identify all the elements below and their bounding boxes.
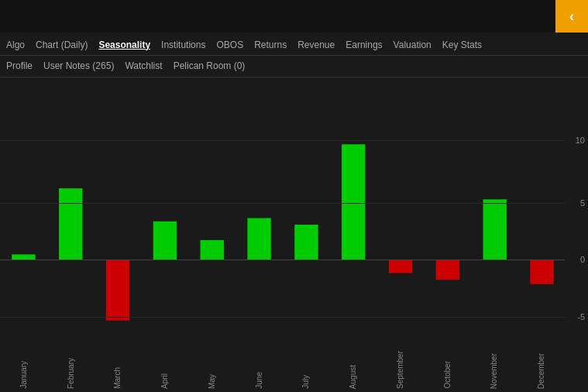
x-axis-label: December bbox=[537, 353, 545, 389]
x-label-wrap: July bbox=[283, 338, 330, 392]
bar-november bbox=[483, 199, 507, 260]
nav-item-algo[interactable]: Algo bbox=[6, 40, 25, 50]
x-label-wrap: September bbox=[377, 338, 424, 392]
bar-june bbox=[247, 218, 270, 260]
x-axis-label: February bbox=[67, 358, 75, 389]
y-axis-label: 10 bbox=[576, 136, 585, 145]
x-label-wrap: February bbox=[47, 338, 95, 392]
header: ‹ bbox=[0, 0, 588, 33]
x-axis-labels: JanuaryFebruaryMarchAprilMayJuneJulyAugu… bbox=[0, 338, 565, 392]
x-axis-label: May bbox=[208, 374, 216, 389]
back-button[interactable]: ‹ bbox=[555, 0, 588, 33]
bar-april bbox=[153, 222, 177, 260]
x-axis-label: July bbox=[301, 375, 310, 389]
nav2-item-pelican-room--0-[interactable]: Pelican Room (0) bbox=[174, 60, 246, 71]
x-axis-label: October bbox=[443, 361, 452, 389]
bar-october bbox=[436, 260, 459, 280]
nav-row-1: AlgoChart (Daily)SeasonalityInstitutions… bbox=[0, 33, 588, 56]
bar-march bbox=[106, 260, 129, 320]
nav-item-key-stats[interactable]: Key Stats bbox=[442, 40, 482, 50]
nav-item-returns[interactable]: Returns bbox=[254, 40, 287, 50]
nav-item-earnings[interactable]: Earnings bbox=[346, 40, 382, 50]
x-axis-label: September bbox=[396, 351, 404, 389]
x-axis-label: November bbox=[490, 353, 498, 389]
nav2-item-watchlist[interactable]: Watchlist bbox=[125, 60, 162, 71]
back-icon: ‹ bbox=[569, 9, 574, 25]
bar-july bbox=[294, 225, 318, 260]
nav-item-valuation[interactable]: Valuation bbox=[394, 40, 432, 50]
bar-september bbox=[389, 260, 412, 273]
bar-january bbox=[12, 254, 35, 260]
nav-item-obos[interactable]: OBOS bbox=[216, 40, 243, 50]
x-label-wrap: May bbox=[188, 338, 236, 392]
nav2-item-user-notes--265-[interactable]: User Notes (265) bbox=[43, 60, 114, 71]
nav-item-chart--daily-[interactable]: Chart (Daily) bbox=[36, 40, 88, 50]
x-label-wrap: December bbox=[518, 338, 565, 392]
x-axis-label: January bbox=[19, 361, 28, 389]
grid-line bbox=[0, 203, 565, 204]
x-label-wrap: March bbox=[95, 338, 142, 392]
volume bbox=[23, 11, 26, 22]
x-label-wrap: November bbox=[471, 338, 518, 392]
nav-item-institutions[interactable]: Institutions bbox=[161, 40, 205, 50]
x-axis-label: August bbox=[349, 365, 357, 389]
grid-line bbox=[0, 317, 565, 318]
y-axis-label: 5 bbox=[580, 198, 585, 208]
x-label-wrap: January bbox=[0, 338, 47, 392]
nav-item-seasonality[interactable]: Seasonality bbox=[98, 40, 150, 50]
seasonality-chart: JanuaryFebruaryMarchAprilMayJuneJulyAugu… bbox=[0, 77, 588, 392]
x-axis-label: March bbox=[113, 367, 122, 389]
nav-item-revenue[interactable]: Revenue bbox=[297, 40, 335, 50]
x-label-wrap: August bbox=[329, 338, 377, 392]
bar-august bbox=[342, 144, 365, 260]
x-label-wrap: June bbox=[236, 338, 283, 392]
x-axis-label: June bbox=[255, 372, 263, 389]
zero-line bbox=[0, 260, 565, 260]
bar-may bbox=[201, 240, 224, 260]
x-label-wrap: October bbox=[424, 338, 471, 392]
x-axis-label: April bbox=[160, 373, 169, 389]
y-axis-label: -5 bbox=[577, 312, 585, 322]
bar-february bbox=[59, 188, 82, 260]
grid-line bbox=[0, 140, 565, 141]
y-axis-label: 0 bbox=[580, 255, 585, 264]
x-label-wrap: April bbox=[141, 338, 188, 392]
bar-december bbox=[530, 260, 553, 284]
nav-row-2: ProfileUser Notes (265)WatchlistPelican … bbox=[0, 56, 588, 77]
nav2-item-profile[interactable]: Profile bbox=[6, 60, 33, 71]
